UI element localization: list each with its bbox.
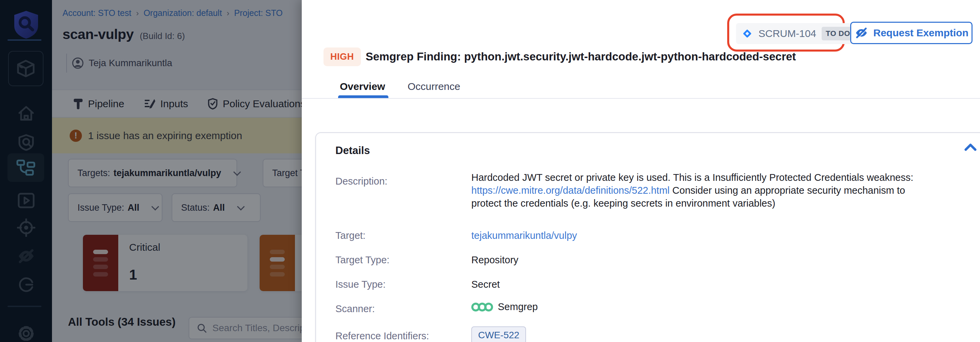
tab-occurrence[interactable]: Occurrence (407, 81, 460, 92)
issue-type-label: Issue Type: (336, 279, 386, 290)
scanner-label: Scanner: (336, 303, 375, 315)
eye-off-icon (854, 27, 869, 39)
finding-tabs: Overview Occurrence (340, 81, 460, 92)
issue-type-value: Secret (471, 279, 500, 290)
finding-detail-drawer: SCRUM-104 TO DO Request Exemption HIGH S… (302, 0, 980, 342)
target-label: Target: (336, 230, 366, 241)
severity-badge-high: HIGH (323, 48, 361, 66)
description-label: Description: (336, 176, 387, 187)
cwe-definition-link[interactable]: https://cwe.mitre.org/data/definitions/5… (471, 185, 670, 196)
target-type-label: Target Type: (336, 255, 390, 266)
description-value: Hardcoded JWT secret or private key is u… (471, 171, 937, 210)
app-root: Account: STO test › Organization: defaul… (0, 0, 980, 342)
details-heading: Details (336, 144, 370, 157)
request-exemption-button[interactable]: Request Exemption (850, 22, 972, 44)
scanner-value-row: Semgrep (471, 301, 538, 312)
reference-identifiers-value: CWE-522 (471, 326, 526, 342)
description-text-before: Hardcoded JWT secret or private key is u… (471, 172, 913, 183)
drawer-backdrop[interactable] (0, 0, 302, 342)
ticket-status-badge: TO DO (822, 27, 854, 40)
details-card: Details Description: Hardcoded JWT secre… (315, 132, 980, 342)
tab-overview[interactable]: Overview (340, 81, 385, 92)
reference-identifiers-label: Reference Identifiers: (336, 331, 429, 342)
request-exemption-label: Request Exemption (873, 27, 969, 39)
jira-icon (741, 28, 753, 40)
semgrep-logo-icon (471, 302, 493, 312)
jira-ticket-chip[interactable]: SCRUM-104 TO DO (736, 23, 860, 44)
scanner-name: Semgrep (498, 301, 538, 312)
collapse-section-button[interactable] (964, 142, 977, 153)
tabs-divider (302, 98, 980, 99)
finding-title: Semgrep Finding: python.jwt.security.jwt… (366, 50, 796, 63)
ticket-id: SCRUM-104 (759, 28, 816, 40)
target-type-value: Repository (471, 255, 519, 266)
target-link[interactable]: tejakummarikuntla/vulpy (471, 230, 577, 241)
cwe-badge[interactable]: CWE-522 (471, 326, 526, 342)
chevron-up-icon (964, 142, 977, 151)
